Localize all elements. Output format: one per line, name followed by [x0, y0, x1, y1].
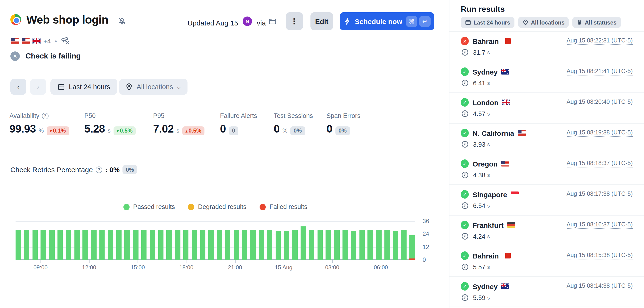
chart-bar[interactable]: [141, 230, 147, 260]
locations-filter[interactable]: All locations ⌄: [119, 79, 187, 95]
chart-bar[interactable]: [100, 230, 105, 260]
stat-label-text: Span Errors: [326, 112, 360, 119]
passed-segment: [66, 230, 71, 260]
run-result-row[interactable]: ✕BahrainAug 15 08:22:31 (UTC-5)31.7s: [450, 31, 644, 62]
run-result-row[interactable]: ✓N. CaliforniaAug 15 08:19:38 (UTC-5)3.9…: [450, 123, 644, 154]
chart-bar[interactable]: [242, 230, 247, 260]
chart-bar[interactable]: [309, 230, 314, 260]
chart-bar[interactable]: [234, 230, 239, 260]
lightning-icon: [344, 18, 351, 25]
run-result-row[interactable]: ✓BahrainAug 15 08:15:38 (UTC-5)5.57s: [450, 246, 644, 276]
chart-bar[interactable]: [16, 230, 21, 260]
chart-bar[interactable]: [401, 230, 406, 260]
chart-bar[interactable]: [368, 230, 373, 260]
chart-bar[interactable]: [393, 231, 398, 260]
chart-bar[interactable]: [292, 230, 298, 260]
chart-bar[interactable]: [300, 227, 306, 260]
prev-period-button[interactable]: ‹: [10, 79, 26, 95]
chart-bar[interactable]: [91, 230, 96, 260]
run-duration-unit: s: [487, 203, 490, 208]
passed-segment: [41, 230, 46, 260]
run-result-row[interactable]: ✓LondonAug 15 08:20:40 (UTC-5)4.57s: [450, 92, 644, 123]
run-result-row[interactable]: ✓SydneyAug 15 08:21:41 (UTC-5)6.41s: [450, 62, 644, 92]
chip-time-range[interactable]: Last 24 hours: [461, 17, 514, 28]
stat-label: P95: [153, 112, 205, 119]
passed-segment: [250, 230, 256, 260]
run-result-row[interactable]: ✓OregonAug 15 08:18:37 (UTC-5)4.38s: [450, 154, 644, 184]
chart-bar[interactable]: [192, 230, 197, 260]
help-icon[interactable]: [42, 113, 48, 119]
chart-bar[interactable]: [150, 230, 155, 260]
stat-p50: P505.28s▾0.5%: [84, 112, 136, 135]
chart-bar[interactable]: [200, 230, 206, 260]
more-actions-button[interactable]: ⋮: [286, 12, 303, 30]
chart-bar[interactable]: [124, 230, 130, 260]
chart-bar[interactable]: [83, 230, 88, 260]
time-range-filter[interactable]: Last 24 hours: [50, 79, 117, 95]
cmd-key-icon: ⌘: [406, 16, 418, 27]
chart-bar[interactable]: [166, 230, 172, 260]
run-timestamp-link[interactable]: Aug 15 08:15:38 (UTC-5): [566, 252, 633, 259]
chart-bar[interactable]: [225, 230, 230, 260]
chart-bar[interactable]: [351, 231, 356, 260]
chart-bar[interactable]: [267, 230, 272, 260]
chart-bar[interactable]: [284, 231, 289, 260]
next-period-button[interactable]: ›: [30, 79, 46, 95]
chart-bar[interactable]: [41, 230, 46, 260]
chart-bar[interactable]: [359, 230, 365, 260]
results-bar-chart: 3624120 09:0012:0015:0018:0021:0015 Aug0…: [16, 221, 415, 260]
chart-bar[interactable]: [384, 230, 390, 260]
stat-value: 7.02: [153, 123, 174, 135]
muted-alerts-bell-icon[interactable]: [118, 17, 126, 27]
flag-us-icon: [518, 130, 526, 136]
chart-bar[interactable]: [175, 230, 180, 260]
chart-bar[interactable]: [217, 230, 222, 260]
chart-bar[interactable]: [74, 230, 80, 260]
schedule-now-button[interactable]: Schedule now ⌘ ↵: [340, 12, 434, 30]
chart-bar[interactable]: [24, 230, 30, 260]
legend-item: Degraded results: [188, 203, 246, 210]
chart-bar[interactable]: [108, 230, 113, 260]
help-icon[interactable]: [96, 166, 102, 173]
chart-bar[interactable]: [317, 230, 323, 260]
chart-bar[interactable]: [259, 230, 264, 260]
chart-bar[interactable]: [58, 230, 63, 260]
run-timestamp-link[interactable]: Aug 15 08:17:38 (UTC-5): [566, 191, 633, 198]
stat-badge: ▴0.5%: [182, 126, 205, 135]
chart-bar[interactable]: [410, 235, 415, 260]
run-row-duration-line: 4.24s: [461, 232, 633, 240]
stat-value: 0: [326, 123, 332, 135]
run-result-row[interactable]: ✓SingaporeAug 15 08:17:38 (UTC-5)6.54s: [450, 184, 644, 215]
chart-bar[interactable]: [275, 231, 281, 260]
run-location: Sydney: [472, 282, 498, 290]
chart-bar[interactable]: [133, 230, 138, 260]
run-timestamp-link[interactable]: Aug 15 08:22:31 (UTC-5): [566, 37, 633, 45]
chart-bar[interactable]: [208, 230, 214, 260]
chart-bar[interactable]: [66, 230, 71, 260]
run-timestamp-link[interactable]: Aug 15 08:18:37 (UTC-5): [566, 160, 633, 167]
run-duration-unit: s: [487, 295, 490, 300]
run-timestamp-link[interactable]: Aug 15 08:14:38 (UTC-5): [566, 282, 633, 290]
chart-bar[interactable]: [334, 230, 340, 260]
chart-bar[interactable]: [342, 230, 348, 260]
edit-button[interactable]: Edit: [310, 12, 333, 30]
chart-bar[interactable]: [158, 230, 164, 260]
chart-bar[interactable]: [116, 230, 122, 260]
chip-statuses[interactable]: All statuses: [573, 17, 621, 28]
run-result-row[interactable]: ✓FrankfurtAug 15 08:16:37 (UTC-5)4.24s: [450, 215, 644, 246]
run-timestamp-link[interactable]: Aug 15 08:19:38 (UTC-5): [566, 129, 633, 137]
flag-bh-icon: [503, 38, 511, 44]
chart-bar[interactable]: [376, 230, 382, 260]
chart-bar[interactable]: [326, 230, 331, 260]
flag-bh-icon: [503, 253, 511, 258]
run-timestamp-link[interactable]: Aug 15 08:20:40 (UTC-5): [566, 99, 633, 106]
chip-locations[interactable]: All locations: [518, 17, 569, 28]
run-timestamp-link[interactable]: Aug 15 08:16:37 (UTC-5): [566, 221, 633, 229]
chart-bar[interactable]: [32, 230, 38, 260]
chart-bar[interactable]: [49, 230, 54, 260]
run-result-row[interactable]: ✓SydneyAug 15 08:14:38 (UTC-5)5.59s: [450, 276, 644, 307]
run-timestamp-link[interactable]: Aug 15 08:21:41 (UTC-5): [566, 68, 633, 76]
chart-bar[interactable]: [250, 230, 256, 260]
avatar[interactable]: N: [242, 17, 252, 26]
chart-bar[interactable]: [183, 230, 189, 260]
